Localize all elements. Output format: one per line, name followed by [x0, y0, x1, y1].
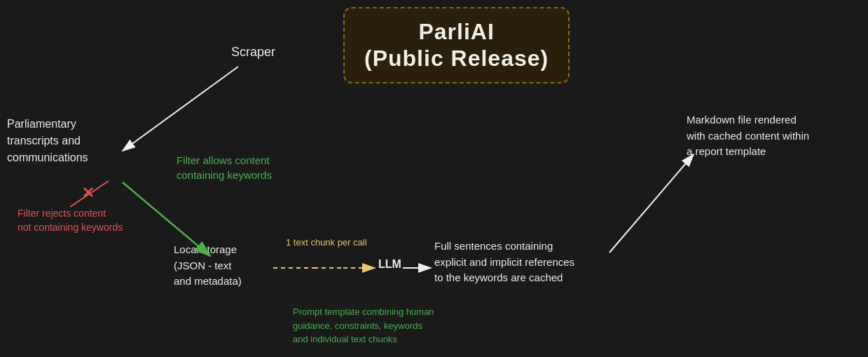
markdown-label: Markdown file renderedwith cached conten… — [687, 112, 809, 160]
svg-line-4 — [123, 67, 238, 151]
filter-red-label: Filter rejects content not containing ke… — [18, 207, 123, 234]
scraper-label: Scraper — [231, 43, 275, 61]
prompt-label: Prompt template combining humanguidance,… — [293, 305, 434, 346]
svg-line-6 — [84, 188, 92, 196]
full-sentences-label: Full sentences containingexplicit and im… — [434, 238, 574, 286]
parliamentary-label: Parliamentarytranscripts andcommunicatio… — [7, 116, 88, 166]
svg-line-5 — [70, 181, 109, 207]
filter-green-label: Filter allows content containing keyword… — [177, 153, 272, 182]
title-box: ParliAI (Public Release) — [343, 7, 570, 83]
title-line2: (Public Release) — [364, 46, 549, 71]
svg-line-7 — [84, 188, 92, 196]
one-text-chunk-label: 1 text chunk per call — [286, 237, 367, 248]
svg-line-14 — [609, 154, 694, 252]
local-storage-label: Local storage(JSON - textand metadata) — [174, 242, 242, 290]
llm-label: LLM — [378, 258, 401, 271]
diagram-canvas: ParliAI (Public Release) Scraper Parliam… — [0, 0, 868, 357]
title-line1: ParliAI — [418, 19, 494, 44]
title-text: ParliAI (Public Release) — [364, 18, 549, 72]
